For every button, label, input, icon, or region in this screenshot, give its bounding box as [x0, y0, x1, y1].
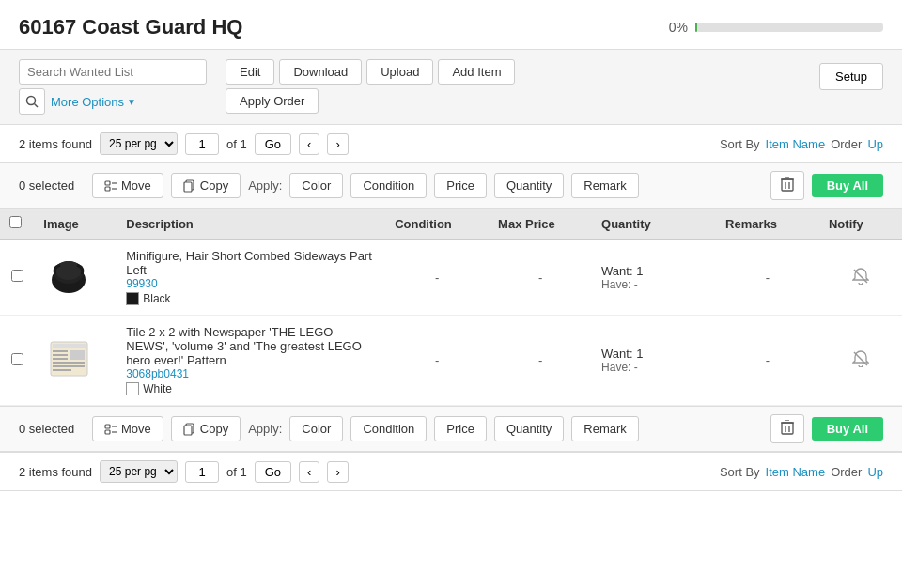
delete-button-bottom[interactable]	[770, 414, 804, 443]
search-button[interactable]	[19, 88, 45, 115]
row2-checkbox[interactable]	[11, 353, 23, 365]
svg-rect-20	[53, 354, 68, 356]
svg-rect-7	[184, 182, 192, 192]
page-title: 60167 Coast Guard HQ	[19, 15, 242, 39]
copy-button-top[interactable]: Copy	[171, 173, 241, 198]
prev-button-bottom[interactable]: ‹	[299, 461, 319, 483]
svg-line-1	[35, 104, 39, 108]
page-input-top[interactable]	[185, 133, 219, 155]
edit-button[interactable]: Edit	[226, 59, 274, 85]
items-table: Image Description Condition Max Price Qu…	[0, 209, 902, 406]
move-button-bottom[interactable]: Move	[92, 416, 163, 441]
order-value-bottom[interactable]: Up	[867, 465, 883, 479]
order-value-top[interactable]: Up	[867, 137, 883, 151]
row2-remarks: -	[716, 316, 819, 406]
buy-all-button-bottom[interactable]: Buy All	[812, 417, 883, 441]
items-found-top: 2 items found	[19, 137, 92, 151]
row1-name: Minifigure, Hair Short Combed Sideways P…	[126, 249, 376, 277]
toolbar-row2: Apply Order	[226, 88, 515, 114]
sort-area-top: Sort By Item Name Order Up	[720, 137, 883, 151]
row1-have: Have: -	[601, 278, 707, 291]
of-label-top: of 1	[226, 137, 247, 151]
svg-rect-28	[105, 430, 110, 434]
setup-button[interactable]: Setup	[819, 63, 883, 90]
quantity-button-top[interactable]: Quantity	[494, 173, 564, 198]
sort-value-top[interactable]: Item Name	[766, 137, 826, 151]
price-button-top[interactable]: Price	[434, 173, 487, 198]
delete-button-top[interactable]	[770, 171, 804, 200]
copy-icon-bottom	[183, 423, 196, 436]
sort-by-label-bottom: Sort By	[720, 465, 760, 479]
row2-have: Have: -	[601, 361, 707, 374]
buy-all-button-top[interactable]: Buy All	[812, 174, 883, 197]
per-page-select-bottom[interactable]: 25 per pg	[100, 460, 178, 483]
toolbar: More Options ▼ Edit Download Upload Add …	[0, 50, 902, 125]
row2-id[interactable]: 3068pb0431	[126, 367, 376, 380]
row1-image	[43, 254, 95, 299]
upload-button[interactable]: Upload	[366, 59, 433, 85]
of-label-bottom: of 1	[226, 465, 247, 479]
svg-rect-33	[782, 423, 793, 434]
row2-want: Want: 1	[601, 347, 707, 361]
svg-rect-27	[105, 425, 110, 428]
move-icon-bottom	[104, 423, 117, 436]
go-button-bottom[interactable]: Go	[255, 461, 291, 483]
row1-id[interactable]: 99930	[126, 277, 376, 290]
quantity-button-bottom[interactable]: Quantity	[494, 416, 564, 441]
table-row: Tile 2 x 2 with Newspaper 'THE LEGO NEWS…	[0, 316, 902, 406]
row2-name: Tile 2 x 2 with Newspaper 'THE LEGO NEWS…	[126, 325, 376, 367]
color-button-top[interactable]: Color	[289, 173, 343, 198]
prev-button-top[interactable]: ‹	[299, 133, 319, 155]
items-found-bottom: 2 items found	[19, 465, 92, 479]
search-input[interactable]	[19, 59, 207, 85]
th-quantity: Quantity	[592, 209, 716, 240]
row2-notify	[819, 316, 902, 406]
color-button-bottom[interactable]: Color	[289, 416, 343, 441]
progress-pct: 0%	[669, 20, 688, 35]
more-options-button[interactable]: More Options ▼	[51, 89, 136, 115]
copy-icon-top	[183, 179, 196, 193]
download-button[interactable]: Download	[279, 59, 362, 85]
action-bar-bottom: 0 selected Move Copy Apply: Color Condit…	[0, 406, 902, 452]
svg-rect-23	[53, 362, 85, 364]
row2-checkbox-cell	[0, 316, 34, 406]
condition-button-bottom[interactable]: Condition	[350, 416, 427, 441]
next-button-bottom[interactable]: ›	[327, 461, 348, 483]
row1-color-name: Black	[143, 292, 170, 305]
selected-count-top: 0 selected	[19, 178, 85, 193]
apply-label-bottom: Apply:	[248, 422, 282, 436]
svg-rect-2	[105, 181, 110, 185]
th-checkbox	[0, 209, 34, 240]
search-icon	[25, 95, 39, 108]
sort-value-bottom[interactable]: Item Name	[766, 465, 826, 479]
per-page-select-top[interactable]: 25 per pg	[100, 132, 178, 155]
page-input-bottom[interactable]	[185, 461, 219, 483]
row2-color: White	[126, 382, 376, 395]
toolbar-buttons: Edit Download Upload Add Item Apply Orde…	[226, 59, 515, 114]
row2-max-price: -	[489, 316, 592, 406]
progress-area: 0%	[669, 20, 883, 35]
remark-button-top[interactable]: Remark	[571, 173, 639, 198]
order-label-bottom: Order	[831, 465, 862, 479]
move-button-top[interactable]: Move	[92, 173, 163, 198]
trash-icon-top	[781, 177, 794, 192]
row1-remarks: -	[716, 240, 819, 316]
move-icon-top	[104, 179, 117, 193]
row1-checkbox[interactable]	[11, 270, 23, 282]
svg-rect-25	[53, 369, 71, 371]
next-button-top[interactable]: ›	[327, 133, 348, 155]
select-all-checkbox[interactable]	[9, 216, 22, 228]
svg-rect-32	[184, 426, 192, 435]
bell-slash-icon-row2	[852, 350, 869, 367]
remark-button-bottom[interactable]: Remark	[571, 416, 639, 441]
row2-image-cell	[34, 316, 117, 406]
apply-order-button[interactable]: Apply Order	[226, 88, 319, 114]
page-header: 60167 Coast Guard HQ 0%	[0, 0, 902, 50]
list-controls-top: 2 items found 25 per pg of 1 Go ‹ › Sort…	[0, 125, 902, 163]
price-button-bottom[interactable]: Price	[434, 416, 487, 441]
copy-button-bottom[interactable]: Copy	[171, 416, 241, 441]
row2-quantity-cell: Want: 1 Have: -	[592, 316, 716, 406]
go-button-top[interactable]: Go	[255, 133, 291, 155]
condition-button-top[interactable]: Condition	[350, 173, 427, 198]
add-item-button[interactable]: Add Item	[438, 59, 515, 85]
